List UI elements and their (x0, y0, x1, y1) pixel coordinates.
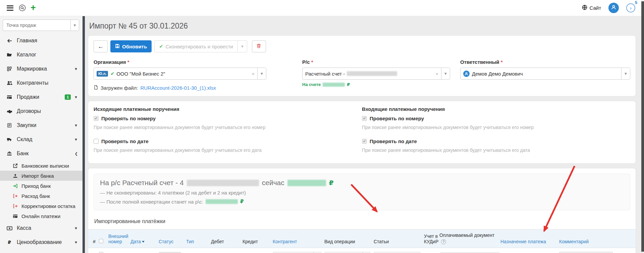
redacted-amount (206, 199, 238, 204)
export-icon (12, 163, 18, 168)
main-content: Импорт № 45 от 30.01.2026 ← Обновить ✔ С… (85, 16, 644, 253)
site-link[interactable]: Сайт (582, 5, 601, 11)
incoming-check-number[interactable]: ✔ Проверять по номеру (362, 116, 630, 121)
sidebar-item-online-payments[interactable]: Онлайн платежи (0, 211, 83, 221)
rs-clear-icon[interactable]: × (433, 71, 441, 77)
incoming-check-date[interactable]: ✔ Проверять по дате (362, 138, 630, 144)
org-clear-icon[interactable]: × (249, 71, 257, 77)
checkbox-checked-disabled[interactable]: ✔ (94, 116, 99, 121)
chevron-down-icon: ▼ (74, 95, 78, 99)
sidebar-item-cash[interactable]: Касса ▼ (0, 221, 83, 235)
sidebar-item-balance-corrections[interactable]: Корректировки остатка (0, 201, 83, 211)
menu-icon[interactable] (7, 5, 13, 11)
redacted-amount (287, 180, 326, 186)
sidebar-item-contragents[interactable]: Контрагенты (0, 76, 83, 90)
col-articles: Статьи (374, 239, 424, 244)
folder-icon (6, 52, 13, 57)
update-button[interactable]: Обновить (110, 40, 152, 52)
user-avatar[interactable] (608, 3, 619, 13)
sidebar-item-marking[interactable]: Маркировка ▼ (0, 62, 83, 76)
sidebar-item-purchases[interactable]: Закупки ▼ (0, 118, 83, 132)
scrollbar-thumb[interactable] (641, 1, 644, 252)
col-external-number[interactable]: Внешний номер (108, 234, 130, 244)
responsible-select[interactable]: Демов Демо Демович ▼ (460, 68, 630, 80)
checkbox-checked-disabled[interactable]: ✔ (362, 116, 367, 121)
history-icon[interactable]: ›5 (626, 3, 635, 12)
sidebar-item-bank-statements[interactable]: Банковские выписки (0, 161, 83, 171)
sidebar-item-contracts[interactable]: Договоры (0, 104, 83, 118)
arrow-out-icon (12, 194, 18, 199)
incoming-check-number-desc: При поиске ранее импортированных докумен… (362, 125, 630, 130)
col-comment[interactable]: Комментарий (559, 239, 630, 244)
incoming-check-date-desc: При поиске ранее импортированных докумен… (362, 147, 630, 153)
sidebar-item-bank[interactable]: Банк ❮ (0, 146, 83, 161)
col-purpose[interactable]: Назначение платежа (500, 239, 559, 244)
col-kudir: Учет в КУДиР (424, 234, 439, 244)
summary-line1: На р/с Расчетный счет - 4 (100, 179, 184, 187)
summary-line3: — После полной конвертации станет на р\с… (100, 199, 624, 205)
outgoing-check-number[interactable]: ✔ Проверять по номеру (94, 116, 362, 121)
rs-label: Р/с * (302, 59, 450, 65)
sidebar-item-pricing[interactable]: ₽ Ценообразование ▼ (0, 235, 83, 249)
responsible-value: Демов Демо Демович (472, 71, 523, 77)
legal-entity-badge: Ю.л. (97, 71, 108, 77)
outgoing-check-date[interactable]: ✔ Проверять по дате (94, 138, 362, 144)
match-options-panel: Исходящие платежные поручения ✔ Проверят… (88, 101, 636, 164)
save-icon (115, 44, 120, 49)
col-type[interactable]: Тип (186, 239, 211, 244)
arrow-left-icon (6, 38, 13, 44)
file-label: Загружен файл: (101, 85, 138, 91)
page-scrollbar[interactable] (641, 0, 644, 253)
arrow-left-icon: ← (98, 43, 104, 50)
sidebar-item-bank-income[interactable]: Приход банк (0, 181, 83, 191)
checkbox-unchecked[interactable]: ✔ (94, 139, 99, 144)
chevron-left-icon: ❮ (75, 152, 78, 156)
org-value: ООО "Мой Бизнес 2" (116, 71, 165, 77)
select-all-checkbox[interactable] (99, 239, 103, 243)
org-caret[interactable]: ▼ (257, 68, 266, 79)
col-status[interactable]: Статус (159, 239, 186, 244)
add-icon[interactable]: + (31, 3, 36, 12)
handshake-icon (6, 109, 13, 114)
summary-line2: — Не сконвертированы: 4 платёжки (2 на д… (100, 190, 624, 196)
sidebar-item-catalog[interactable]: Каталог (0, 48, 83, 62)
sidebar-item-bank-expense[interactable]: Расход банк (0, 191, 83, 201)
delete-button[interactable] (252, 40, 266, 52)
page-title: Импорт № 45 от 30.01.2026 (89, 22, 636, 31)
chevron-down-icon: ▼ (74, 240, 78, 244)
search-icon[interactable] (19, 4, 26, 11)
col-debit: Дебет (211, 239, 243, 244)
org-select[interactable]: Ю.л. ✔ ООО "Мой Бизнес 2" × ▼ (94, 68, 266, 80)
rs-select[interactable]: Расчетный счет - × ▼ (302, 68, 450, 80)
payments-section-title: Импортированные платёжки (94, 218, 636, 224)
qr-code-icon (6, 67, 13, 71)
rs-caret[interactable]: ▼ (441, 68, 450, 79)
sidebar-item-bank-import[interactable]: Импорт банка (0, 171, 83, 181)
checkbox-checked-disabled[interactable]: ✔ (362, 139, 367, 144)
pos-filter-caret[interactable]: ▼ (70, 19, 79, 31)
file-link[interactable]: RURAccount-2026-01-30_(1).xlsx (141, 85, 216, 91)
globe-icon (582, 5, 587, 11)
payment-row: 1 18182 30.01.2026 00:00 черновик ↑ Прих… (88, 248, 636, 253)
file-icon (94, 85, 98, 91)
responsible-caret[interactable]: ▼ (621, 68, 630, 79)
help-icon[interactable]: ? (441, 239, 446, 244)
payments-table-header: # Внешний номер Дата Статус Тип Дебет Кр… (88, 229, 636, 248)
col-operation: Вид операции (324, 239, 374, 244)
rs-value: Расчетный счет - (305, 71, 345, 77)
sidebar-item-warehouse[interactable]: Склад ▼ (0, 132, 83, 146)
convert-caret-button[interactable]: ▼ (238, 40, 247, 52)
col-date[interactable]: Дата (130, 239, 159, 244)
convert-button[interactable]: ✔ Сконвертировать и провести (154, 40, 238, 52)
trash-icon (256, 43, 261, 49)
upload-icon (12, 173, 18, 178)
sidebar-item-sales[interactable]: Продажи 1 ▼ (0, 90, 83, 104)
col-contragent[interactable]: Контрагент (273, 239, 324, 244)
sidebar-item-home[interactable]: Главная (0, 34, 83, 48)
back-button[interactable]: ← (94, 40, 108, 52)
pos-filter-input[interactable] (3, 19, 70, 31)
redacted-account-number (347, 71, 397, 76)
arrow-out-icon (12, 204, 18, 209)
credit-card-icon (12, 214, 18, 219)
account-summary: На р/с Расчетный счет - 4 сейчас ₽ — Не … (94, 174, 630, 210)
